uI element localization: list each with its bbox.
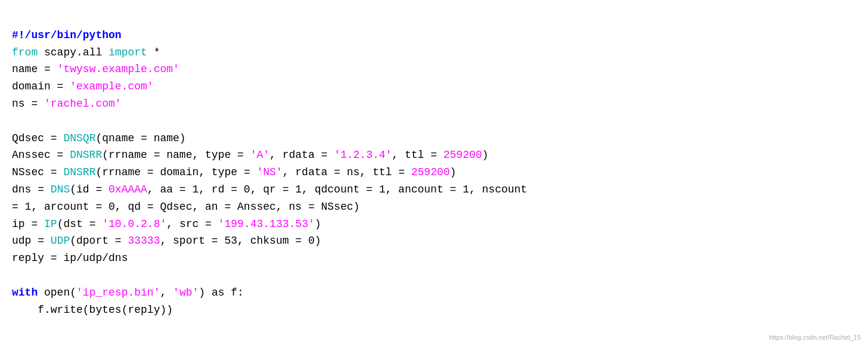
nssec-close: ) [450, 166, 457, 178]
ip-func: IP [44, 218, 57, 230]
ip-src-val: '199.43.133.53' [218, 218, 315, 230]
anssec-args-mid: , rdata = [269, 149, 334, 161]
ns-val: 'rachel.com' [44, 98, 122, 110]
nssec-args-pre: (rrname = domain, type = [95, 166, 256, 178]
udp-line: udp = UDP(dport = 33333, sport = 53, chk… [12, 235, 321, 247]
with-open-pre: open( [38, 287, 76, 299]
dns-line: dns = DNS(id = 0xAAAA, aa = 1, rd = 0, q… [12, 184, 527, 195]
dns-cont-text: = 1, arcount = 0, qd = Qdsec, an = Ansse… [12, 201, 359, 213]
nssec-var: NSsec = [12, 166, 63, 178]
from-keyword: from [12, 46, 38, 58]
name-val: 'twysw.example.com' [57, 63, 179, 75]
write-line: f.write(bytes(reply)) [12, 304, 173, 316]
anssec-close: ) [482, 149, 489, 161]
anssec-type-val: 'A' [250, 149, 269, 161]
write-text: f.write(bytes(reply)) [12, 304, 173, 316]
nssec-line: NSsec = DNSRR(rrname = domain, type = 'N… [12, 166, 456, 178]
domain-val: 'example.com' [70, 80, 153, 92]
anssec-var: Anssec = [12, 149, 70, 161]
nssec-args-mid: , rdata = ns, ttl = [283, 166, 411, 178]
name-line: name = 'twysw.example.com' [12, 63, 179, 75]
with-line: with open('ip_resp.bin', 'wb') as f: [12, 287, 244, 299]
ip-close: ) [315, 218, 321, 230]
udp-func: UDP [51, 235, 70, 247]
shebang-line: #!/usr/bin/python [12, 29, 122, 41]
with-open-mid: , [160, 287, 173, 299]
qdsec-func: DNSQR [63, 132, 95, 144]
dns-func: DNS [51, 184, 70, 195]
qdsec-args: (qname = name) [95, 132, 185, 144]
domain-line: domain = 'example.com' [12, 80, 154, 92]
reply-text: reply = ip/udp/dns [12, 252, 128, 264]
import-star: * [147, 46, 160, 58]
with-filename: 'ip_resp.bin' [76, 287, 160, 299]
anssec-ttl-val: 259200 [444, 149, 482, 161]
reply-line: reply = ip/udp/dns [12, 252, 128, 264]
import-keyword: import [108, 46, 147, 58]
nssec-func: DNSRR [63, 166, 95, 178]
dns-line-cont: = 1, arcount = 0, qd = Qdsec, an = Ansse… [12, 201, 359, 213]
ip-var: ip = [12, 218, 44, 230]
dns-args-rest: , aa = 1, rd = 0, qr = 1, qdcount = 1, a… [147, 184, 527, 195]
with-keyword: with [12, 287, 38, 299]
name-var: name = [12, 63, 57, 75]
import-module: scapy.all [38, 46, 108, 58]
anssec-line: Anssec = DNSRR(rrname = name, type = 'A'… [12, 149, 488, 161]
anssec-args-end: , ttl = [392, 149, 443, 161]
nssec-ttl-val: 259200 [411, 166, 450, 178]
qdsec-line: Qdsec = DNSQR(qname = name) [12, 132, 186, 144]
udp-args-rest: , sport = 53, chksum = 0) [160, 235, 321, 247]
anssec-rdata-val: '1.2.3.4' [334, 149, 392, 161]
ns-line: ns = 'rachel.com' [12, 98, 122, 110]
qdsec-text: Qdsec = [12, 132, 63, 144]
ip-args-pre: (dst = [57, 218, 103, 230]
nssec-type-val: 'NS' [256, 166, 282, 178]
shebang-text: #!/usr/bin/python [12, 29, 122, 41]
ip-dst-val: '10.0.2.8' [102, 218, 166, 230]
ip-args-mid: , src = [166, 218, 218, 230]
with-mode: 'wb' [173, 287, 199, 299]
domain-var: domain = [12, 80, 70, 92]
udp-args-pre: (dport = [70, 235, 128, 247]
anssec-func: DNSRR [70, 149, 102, 161]
ip-line: ip = IP(dst = '10.0.2.8', src = '199.43.… [12, 218, 321, 230]
import-line: from scapy.all import * [12, 46, 160, 58]
with-open-end: ) as f: [199, 287, 244, 299]
ns-var: ns = [12, 98, 44, 110]
udp-var: udp = [12, 235, 51, 247]
dns-var: dns = [12, 184, 51, 195]
dns-id-val: 0xAAAA [108, 184, 147, 195]
watermark-text: https://blog.csdn.net/Rachel_15 [769, 333, 861, 343]
udp-dport-val: 33333 [128, 235, 160, 247]
dns-args-pre: (id = [70, 184, 108, 195]
code-container: #!/usr/bin/python from scapy.all import … [12, 10, 856, 318]
anssec-args-pre: (rrname = name, type = [102, 149, 250, 161]
